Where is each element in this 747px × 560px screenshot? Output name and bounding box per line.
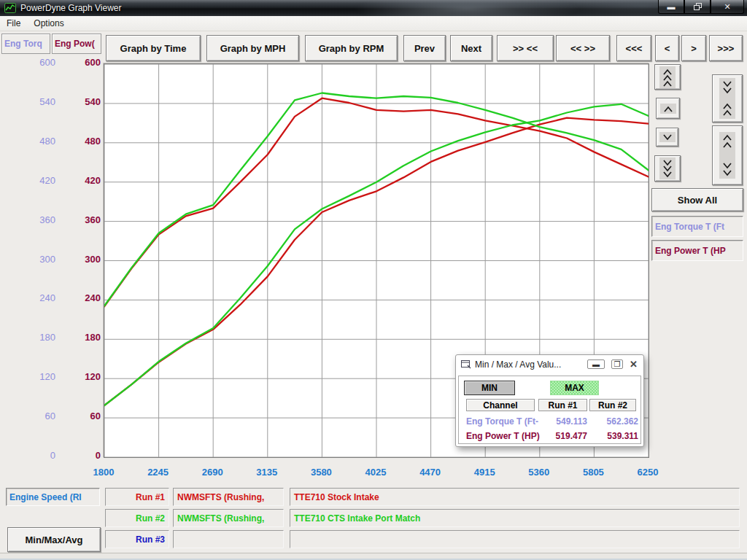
row-label-torque: Eng Torque T (Ft- (466, 416, 538, 428)
zoom-out-y-button[interactable] (712, 125, 743, 185)
popup-close-button[interactable]: ✕ (630, 359, 638, 370)
x-tick-label: 2690 (190, 467, 234, 478)
x-tick-label: 4470 (409, 467, 452, 478)
scroll-down-button[interactable] (656, 128, 678, 147)
titlebar: PowerDyne Graph Viewer ▬ ✕ (0, 0, 747, 16)
run3-file-field[interactable] (173, 530, 284, 548)
run2-comment-field[interactable]: TTE710 CTS Intake Port Match (290, 509, 740, 527)
torque-max-run1: 549.113 (541, 416, 587, 427)
triple-chevron-up-icon (659, 66, 676, 88)
x-tick-label: 4915 (462, 467, 506, 478)
y-tick-label-power: 480 (0, 136, 101, 147)
scroll-up-button[interactable] (656, 98, 680, 119)
y-tick-label-power: 540 (0, 96, 101, 107)
power-max-run2: 539.311 (592, 431, 638, 441)
y-tick-label-power: 240 (0, 292, 101, 303)
max-toggle-button[interactable]: MAX (550, 381, 599, 395)
run2-file-field[interactable]: NWMSFTS (Rushing, (173, 509, 284, 527)
popup-minimize-button[interactable]: ▬ (587, 359, 605, 369)
restore-button[interactable] (684, 0, 711, 14)
minmax-popup-titlebar[interactable]: Min / Max / Avg Valu... ▬ ❐ ✕ (456, 355, 643, 374)
scroll-right-button[interactable]: > (681, 35, 706, 61)
scroll-up-fast-button[interactable] (654, 64, 681, 90)
popup-restore-button[interactable]: ❐ (611, 359, 623, 369)
torque-channel-field[interactable]: Eng Torque T (Ft (651, 216, 743, 237)
chevron-down-icon (659, 132, 676, 142)
scroll-left-button[interactable]: < (655, 35, 679, 61)
chevrons-converge-vertical-icon (719, 78, 735, 119)
run3-comment-field[interactable] (290, 530, 740, 548)
min-toggle-button[interactable]: MIN (464, 381, 515, 395)
x-tick-label: 3580 (299, 467, 343, 478)
y-tick-label-power: 300 (0, 254, 101, 265)
column-header-run2[interactable]: Run #2 (589, 399, 636, 411)
y-tick-label-power: 0 (0, 450, 101, 461)
torque-max-run2: 562.362 (592, 416, 638, 427)
show-all-button[interactable]: Show All (651, 188, 743, 211)
power-channel-field[interactable]: Eng Power T (HP (651, 240, 743, 261)
form-icon (461, 360, 471, 369)
app-window: { "window": { "title": "PowerDyne Graph … (0, 0, 747, 560)
run1-comment-field[interactable]: TTE710 Stock Intake (290, 488, 740, 506)
graph-by-time-button[interactable]: Graph by Time (106, 35, 201, 61)
scroll-left-fast-button[interactable]: <<< (616, 35, 651, 61)
x-tick-label: 2245 (136, 467, 180, 478)
x-tick-label: 4025 (354, 467, 398, 478)
y-tick-label-power: 360 (0, 214, 101, 225)
run3-label[interactable]: Run #3 (105, 530, 169, 548)
run1-label[interactable]: Run #1 (105, 488, 169, 506)
x-tick-label: 5360 (517, 467, 561, 478)
minmax-popup-body: MIN MAX Channel Run #1 Run #2 Eng Torque… (458, 376, 641, 444)
column-header-run1[interactable]: Run #1 (538, 399, 587, 411)
zoom-out-x-button[interactable]: << >> (556, 35, 610, 61)
zoom-in-y-button[interactable] (712, 74, 743, 122)
triple-chevron-down-icon (659, 158, 676, 179)
minmax-popup-window: Min / Max / Avg Valu... ▬ ❐ ✕ MIN MAX Ch… (455, 354, 644, 447)
column-header-channel[interactable]: Channel (466, 399, 535, 411)
power-max-run1: 519.477 (541, 431, 587, 441)
graph-by-mph-button[interactable]: Graph by MPH (206, 35, 299, 61)
zoom-in-x-button[interactable]: >> << (497, 35, 554, 61)
x-tick-label: 1800 (82, 467, 125, 478)
run2-label[interactable]: Run #2 (105, 509, 169, 527)
prev-button[interactable]: Prev (403, 35, 446, 61)
x-tick-label: 6250 (626, 467, 670, 478)
x-tick-label: 5805 (571, 467, 615, 478)
x-channel-field[interactable]: Engine Speed (RI (6, 488, 100, 506)
chevrons-diverge-vertical-icon (719, 132, 735, 179)
scroll-down-fast-button[interactable] (654, 155, 681, 182)
scroll-right-fast-button[interactable]: >>> (709, 35, 743, 61)
y-tick-label-power: 120 (0, 371, 101, 382)
y-tick-label-power: 420 (0, 175, 101, 186)
chevron-up-icon (660, 104, 676, 114)
graph-by-rpm-button[interactable]: Graph by RPM (305, 35, 398, 61)
close-button[interactable]: ✕ (711, 0, 744, 14)
minimize-button[interactable]: ▬ (658, 0, 684, 14)
y-tick-label-power: 60 (0, 411, 101, 421)
minmaxavg-button[interactable]: Min/Max/Avg (7, 527, 101, 552)
row-label-power: Eng Power T (HP) (466, 431, 540, 443)
y-tick-label-power: 180 (0, 332, 101, 343)
next-button[interactable]: Next (450, 35, 492, 61)
restore-icon (694, 3, 702, 10)
menubar: File Options (0, 16, 747, 31)
minmax-popup-title: Min / Max / Avg Valu... (475, 359, 561, 370)
run1-file-field[interactable]: NWMSFTS (Rushing, (173, 488, 284, 506)
y-tick-label-power: 600 (0, 57, 101, 68)
x-tick-label: 3135 (245, 467, 289, 478)
